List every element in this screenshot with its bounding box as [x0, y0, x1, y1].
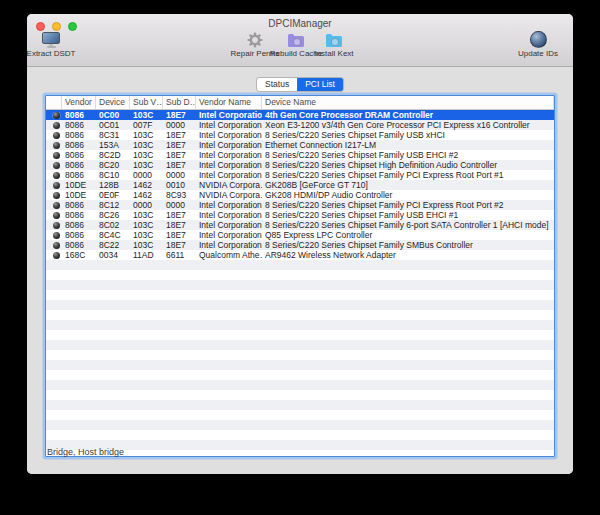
cell-vendor_name: Intel Corporation: [196, 160, 262, 170]
table-row[interactable]: 10DE128B14620010NVIDIA Corpora…GK208B [G…: [46, 180, 554, 190]
window-title: DPCIManager: [27, 18, 573, 29]
cell-vendor: 8086: [62, 160, 96, 170]
table-row[interactable]: 80868C20103C18E7Intel Corporation8 Serie…: [46, 160, 554, 170]
device-icon: [53, 162, 60, 169]
cell-subd: 18E7: [163, 220, 196, 230]
cell-subd: 0010: [163, 180, 196, 190]
cell-subv: 1462: [130, 190, 163, 200]
cell-vendor_name: Intel Corporation: [196, 150, 262, 160]
column-header-device-name[interactable]: Device Name: [262, 96, 554, 109]
status-text: Bridge, Host bridge: [47, 447, 124, 457]
tab-pci-list[interactable]: PCI List: [297, 78, 343, 91]
cell-subv: 103C: [130, 220, 163, 230]
window-content: StatusPCI List VendorDeviceSub V…Sub D…V…: [27, 67, 573, 474]
table-row[interactable]: 8086153A103C18E7Intel CorporationEtherne…: [46, 140, 554, 150]
cell-subv: 103C: [130, 160, 163, 170]
cell-subv: 103C: [130, 150, 163, 160]
cell-vendor_name: Intel Corporation: [196, 170, 262, 180]
cell-vendor: 8086: [62, 210, 96, 220]
cell-subd: 18E7: [163, 150, 196, 160]
column-header-vendor[interactable]: Vendor: [62, 96, 96, 109]
cell-device: 0C00: [96, 110, 130, 120]
cell-device_name: GK208 HDMI/DP Audio Controller: [262, 190, 554, 200]
cell-vendor_name: Intel Corporation: [196, 110, 262, 120]
toolbar-button-install-kext[interactable]: Install Kext: [294, 31, 374, 58]
device-icon: [53, 122, 60, 129]
cell-device_name: 8 Series/C220 Series Chipset Family USB …: [262, 130, 554, 140]
cell-vendor_name: Intel Corporation: [196, 140, 262, 150]
cell-vendor: 8086: [62, 140, 96, 150]
cell-subv: 0000: [130, 170, 163, 180]
table-header: VendorDeviceSub V…Sub D…Vendor NameDevic…: [46, 96, 554, 110]
toolbar-button-label: Update IDs: [518, 49, 558, 58]
desktop: { "window": { "title": "DPCIManager" }, …: [0, 0, 600, 515]
pci-table[interactable]: VendorDeviceSub V…Sub D…Vendor NameDevic…: [45, 95, 555, 457]
column-header-sub-v[interactable]: Sub V…: [130, 96, 163, 109]
cell-device_name: 8 Series/C220 Series Chipset Family PCI …: [262, 200, 554, 210]
cell-device: 8C26: [96, 210, 130, 220]
blue-folder-icon: [326, 36, 342, 47]
table-row[interactable]: 80860C01007F0000Intel CorporationXeon E3…: [46, 120, 554, 130]
cell-device: 8C02: [96, 220, 130, 230]
titlebar[interactable]: DPCIManager Extract DSDTRepair PermsRebu…: [27, 14, 573, 67]
column-header-device[interactable]: Device: [96, 96, 130, 109]
table-row[interactable]: 168C003411AD6611Qualcomm Athe…AR9462 Wir…: [46, 250, 554, 260]
cell-vendor: 168C: [62, 250, 96, 260]
cell-subv: 007F: [130, 120, 163, 130]
tab-status[interactable]: Status: [257, 78, 297, 91]
cell-vendor: 8086: [62, 130, 96, 140]
device-icon: [53, 222, 60, 229]
toolbar-button-label: Install Kext: [314, 49, 353, 58]
table-row[interactable]: 80868C26103C18E7Intel Corporation8 Serie…: [46, 210, 554, 220]
cell-subv: 103C: [130, 210, 163, 220]
cell-subv: 103C: [130, 140, 163, 150]
cell-vendor_name: Qualcomm Athe…: [196, 250, 262, 260]
toolbar-button-extract-dsdt[interactable]: Extract DSDT: [27, 31, 91, 58]
toolbar-button-label: Extract DSDT: [27, 49, 75, 58]
cell-device_name: Q85 Express LPC Controller: [262, 230, 554, 240]
cell-device: 8C22: [96, 240, 130, 250]
table-row[interactable]: 80868C02103C18E7Intel Corporation8 Serie…: [46, 220, 554, 230]
table-row[interactable]: 80868C1200000000Intel Corporation8 Serie…: [46, 200, 554, 210]
cell-device_name: 8 Series/C220 Series Chipset Family PCI …: [262, 170, 554, 180]
table-row[interactable]: 80868C2D103C18E7Intel Corporation8 Serie…: [46, 150, 554, 160]
cell-device: 8C12: [96, 200, 130, 210]
cell-vendor_name: NVIDIA Corpora…: [196, 190, 262, 200]
cell-subd: 18E7: [163, 130, 196, 140]
cell-subv: 103C: [130, 130, 163, 140]
table-row[interactable]: 80868C1000000000Intel Corporation8 Serie…: [46, 170, 554, 180]
device-icon: [53, 132, 60, 139]
app-window: DPCIManager Extract DSDTRepair PermsRebu…: [27, 14, 573, 474]
cell-vendor_name: Intel Corporation: [196, 210, 262, 220]
device-icon: [53, 152, 60, 159]
column-header-sub-d[interactable]: Sub D…: [163, 96, 196, 109]
device-icon: [53, 242, 60, 249]
table-row[interactable]: 80868C22103C18E7Intel Corporation8 Serie…: [46, 240, 554, 250]
device-icon: [53, 142, 60, 149]
cell-subd: 18E7: [163, 140, 196, 150]
column-header-vendor-name[interactable]: Vendor Name: [196, 96, 262, 109]
cell-device_name: Ethernet Connection I217-LM: [262, 140, 554, 150]
cell-subv: 0000: [130, 200, 163, 210]
cell-vendor_name: Intel Corporation: [196, 230, 262, 240]
toolbar-button-update-ids[interactable]: Update IDs: [498, 31, 573, 58]
device-icon: [53, 232, 60, 239]
cell-vendor: 8086: [62, 150, 96, 160]
table-row[interactable]: 80868C31103C18E7Intel Corporation8 Serie…: [46, 130, 554, 140]
table-body: 80860C00103C18E7Intel Corporation4th Gen…: [46, 110, 554, 456]
cell-device_name: 8 Series/C220 Series Chipset Family USB …: [262, 150, 554, 160]
cell-device: 8C20: [96, 160, 130, 170]
column-header-icon[interactable]: [46, 96, 62, 109]
cell-vendor: 10DE: [62, 180, 96, 190]
cell-subd: 0000: [163, 120, 196, 130]
device-icon: [53, 192, 60, 199]
cell-vendor: 8086: [62, 230, 96, 240]
cell-vendor: 8086: [62, 120, 96, 130]
cell-device_name: Xeon E3-1200 v3/4th Gen Core Processor P…: [262, 120, 554, 130]
cell-vendor: 10DE: [62, 190, 96, 200]
table-row[interactable]: 80860C00103C18E7Intel Corporation4th Gen…: [46, 110, 554, 120]
cell-subv: 103C: [130, 230, 163, 240]
cell-device: 8C4C: [96, 230, 130, 240]
table-row[interactable]: 10DE0E0F14628C93NVIDIA Corpora…GK208 HDM…: [46, 190, 554, 200]
table-row[interactable]: 80868C4C103C18E7Intel CorporationQ85 Exp…: [46, 230, 554, 240]
